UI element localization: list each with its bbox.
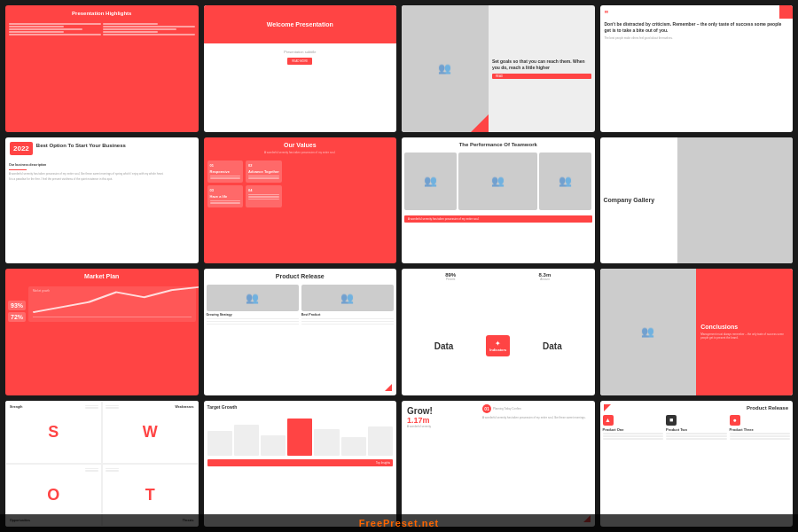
slide-16-icon-1: ▲ <box>603 415 614 426</box>
slide-3[interactable]: Set goals so that you can reach them. Wh… <box>402 5 595 132</box>
slide-10-content: Growing Strategy Best Product <box>204 282 397 329</box>
slide-5-body: Our business description A wonderful ser… <box>5 160 199 185</box>
slide-11-inner: Data ✦ Indicators Data <box>402 283 595 395</box>
slide-10[interactable]: Product Release Growing Strategy Best Pr… <box>204 269 397 395</box>
slide-16-icon-sym-2: ■ <box>669 417 673 423</box>
slide-10-col-1: Growing Strategy <box>207 285 299 326</box>
slide-12[interactable]: Conclusions Management must always remem… <box>600 269 794 395</box>
slide-5-year: 2022 <box>10 142 33 155</box>
slide-14-bar-5 <box>314 429 339 456</box>
slide-11-label-1: Percent <box>445 278 456 281</box>
slide-4-quote-mark: " <box>605 10 789 20</box>
slide-9-chart: Market growth <box>28 286 195 322</box>
slide-6-label-1: 01 <box>210 163 241 168</box>
slide-11-top-stats: 89% Percent 8.3m Amount <box>405 272 591 281</box>
watermark: FreePreset.net <box>0 514 798 532</box>
slide-13-w: W <box>143 423 158 442</box>
slide-16-lines-2 <box>666 433 727 440</box>
slide-2-title: Welcome Presentation <box>267 21 333 27</box>
slide-4-sub: The best people make others feel good ab… <box>605 36 789 41</box>
slide-13[interactable]: Strength S Weaknesses W Opportunities O … <box>5 401 199 528</box>
slide-9-stats: 93% 72% <box>8 301 26 322</box>
slide-1-lines <box>5 19 199 40</box>
slide-13-grid: Strength S Weaknesses W Opportunities O … <box>5 401 199 528</box>
slide-5[interactable]: 2022 Best Option To Start Your Business … <box>5 137 199 264</box>
slide-9-stat-1: 93% <box>8 301 26 310</box>
slide-11-data-label-1: Data <box>405 341 482 351</box>
slide-6-label-3: 03 <box>210 188 241 192</box>
slide-5-text: A wonderful serenity has taken possessio… <box>9 172 195 176</box>
slide-13-strength: Strength S <box>5 401 102 464</box>
slide-14-bar-3 <box>261 435 286 456</box>
slide-6-label-2: 02 <box>248 163 279 168</box>
slide-10-title: Product Release <box>204 269 397 282</box>
slide-8[interactable]: Company Gallery <box>600 137 794 264</box>
slide-10-label-1: Growing Strategy <box>207 313 299 317</box>
slide-6-item-3: Have a life <box>210 194 241 199</box>
slide-10-label-2: Best Product <box>301 313 394 317</box>
slide-10-col-2: Best Product <box>301 285 394 326</box>
slide-2[interactable]: Welcome Presentation Presentation subtit… <box>204 5 397 132</box>
slide-6[interactable]: Our Values A wonderful serenity has take… <box>204 137 397 264</box>
slide-3-triangle <box>471 114 489 132</box>
slide-7-images <box>402 150 595 213</box>
slide-14-red-bar: Top Insights <box>207 459 394 466</box>
slide-6-title: Our Values <box>204 137 397 151</box>
slide-6-box-4: 04 <box>246 185 282 207</box>
slide-11-stat-2: 8.3m Amount <box>539 272 552 281</box>
slide-10-triangle <box>385 384 392 391</box>
slide-9[interactable]: Market Plan 93% 72% Market growth <box>5 269 199 395</box>
slide-8-image <box>677 137 794 264</box>
slide-4-quote: Don't be distracted by criticism. Rememb… <box>605 21 789 34</box>
slide-15-sub: A wonderful serenity <box>407 425 473 428</box>
slide-6-inner: 01 Responsive 02 Advance Together 03 Hav… <box>204 154 397 211</box>
slide-12-text: Conclusions Management must always remem… <box>696 269 793 395</box>
slide-15[interactable]: Grow! 1.17m A wonderful serenity 01 Plan… <box>402 401 595 528</box>
slide-14[interactable]: Target Growth Top Insights <box>204 401 397 528</box>
slide-14-bar-4 <box>287 419 312 455</box>
slide-12-inner: Conclusions Management must always remem… <box>600 269 794 395</box>
slide-16[interactable]: Product Release ▲ Product One ■ Product … <box>600 401 794 528</box>
slide-14-title: Target Growth <box>204 401 397 413</box>
slide-6-item-2: Advance Together <box>248 169 279 174</box>
slide-10-img-2 <box>301 285 394 311</box>
slide-11-stat-1: 89% Percent <box>445 272 456 281</box>
slide-1[interactable]: Presentation Highlights <box>5 5 199 132</box>
slide-11-data-label-2: Data <box>513 341 591 351</box>
slide-4-body: " Don't be distracted by criticism. Reme… <box>600 5 794 45</box>
slide-3-inner: Set goals so that you can reach them. Wh… <box>402 5 595 132</box>
slide-15-step-text: Planning Today Confirm <box>493 407 521 411</box>
slide-15-step: 01 Planning Today Confirm <box>482 404 591 413</box>
slide-7[interactable]: The Performance Of Teamwork A wonderful … <box>402 137 595 264</box>
slide-13-strength-lines <box>85 404 98 410</box>
slide-16-icon-sym-3: ● <box>732 417 736 423</box>
slide-12-body: Management must always remember – the on… <box>700 332 788 340</box>
slide-5-top: 2022 Best Option To Start Your Business <box>5 137 199 160</box>
slide-9-pct-1: 93% <box>11 302 23 309</box>
slide-15-left: Grow! 1.17m A wonderful serenity <box>402 401 479 528</box>
slide-2-button[interactable]: READ MORE <box>287 58 312 65</box>
watermark-brand: Preset <box>383 518 419 528</box>
slide-9-content: 93% 72% Market growth <box>5 284 199 325</box>
slide-16-triangle <box>604 404 611 411</box>
slide-11-data-1: Data <box>405 341 482 351</box>
slide-7-bar-text: A wonderful serenity has taken possessio… <box>408 217 479 221</box>
slide-14-bar-label: Top Insights <box>376 461 390 465</box>
slide-16-label-1: Product One <box>603 427 664 432</box>
slide-8-left: Company Gallery <box>600 137 677 264</box>
slide-3-button[interactable]: READ <box>492 74 591 79</box>
watermark-prefix: Free <box>359 518 383 528</box>
slide-16-icon-3: ● <box>730 415 740 426</box>
slide-4[interactable]: " Don't be distracted by criticism. Reme… <box>600 5 794 132</box>
slide-5-title: Best Option To Start Your Business <box>36 142 126 155</box>
slide-6-box-3: 03 Have a life <box>207 185 244 207</box>
slide-3-image <box>402 5 489 132</box>
slide-16-item-2: ■ Product Two <box>666 415 727 442</box>
slide-11[interactable]: 89% Percent 8.3m Amount Data ✦ Indicator… <box>402 269 595 395</box>
slide-16-content: ▲ Product One ■ Product Two ● Product Th… <box>600 412 794 444</box>
slide-15-title: Grow! <box>407 406 473 416</box>
slide-3-quote: Set goals so that you can reach them. Wh… <box>492 59 591 71</box>
slide-6-boxes: 01 Responsive 02 Advance Together 03 Hav… <box>204 157 286 211</box>
slide-4-corner <box>779 5 793 19</box>
slide-16-lines-3 <box>730 433 791 440</box>
